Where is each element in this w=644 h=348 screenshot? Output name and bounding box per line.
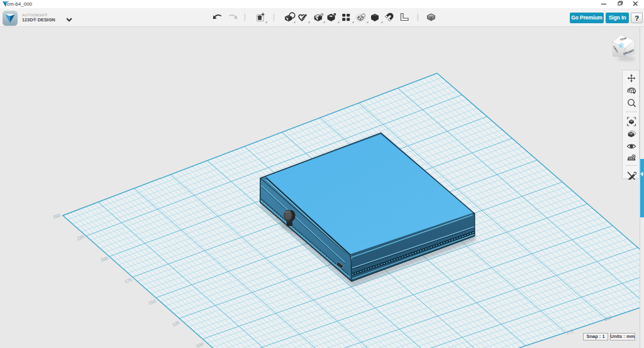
svg-text:175: 175: [124, 277, 132, 284]
svg-text:125: 125: [172, 320, 180, 327]
svg-text:250: 250: [52, 213, 60, 220]
svg-text:225: 225: [76, 234, 84, 241]
svg-text:100: 100: [196, 342, 204, 348]
svg-text:200: 200: [100, 256, 108, 263]
svg-text:150: 150: [148, 299, 156, 306]
